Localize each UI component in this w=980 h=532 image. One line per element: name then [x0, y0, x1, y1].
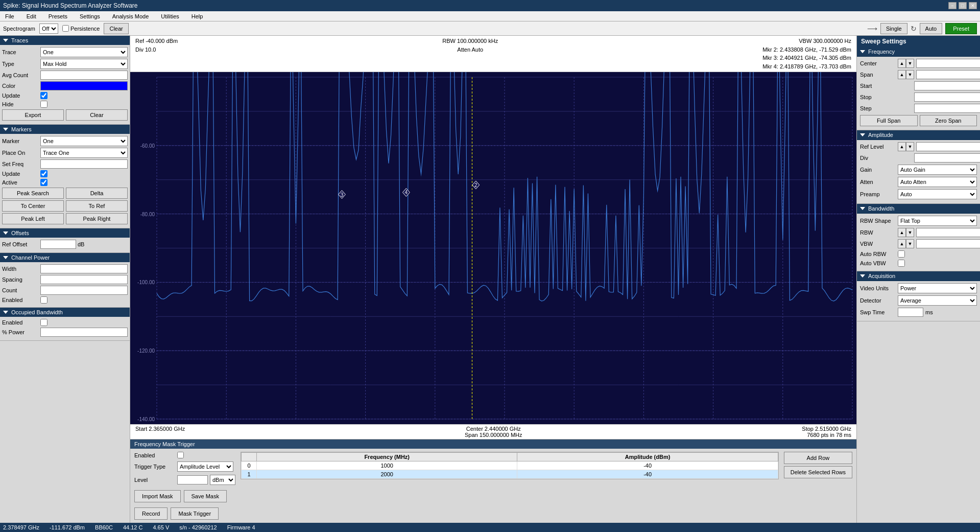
- vbw-step-down[interactable]: ▼: [906, 239, 914, 248]
- spacing-input[interactable]: 20.000000 MHz: [40, 275, 128, 284]
- close-button[interactable]: ✕: [969, 2, 977, 9]
- maximize-button[interactable]: □: [959, 2, 967, 9]
- single-button[interactable]: Single: [880, 23, 907, 34]
- auto-button[interactable]: Auto: [920, 23, 943, 34]
- to-center-button[interactable]: To Center: [2, 200, 64, 212]
- bandwidth-header[interactable]: Bandwidth: [857, 204, 980, 214]
- color-swatch[interactable]: [40, 81, 128, 90]
- clear-button[interactable]: Clear: [104, 23, 128, 34]
- marker-select[interactable]: OneTwoThree: [40, 136, 128, 146]
- step-input[interactable]: 20.000000 MHz: [914, 104, 980, 113]
- channel-power-header[interactable]: Channel Power: [0, 253, 130, 262]
- start-input[interactable]: 2.365000 GHz: [914, 81, 980, 90]
- mask-level-input[interactable]: -40.000: [177, 475, 208, 484]
- ref-level-step-down[interactable]: ▼: [906, 142, 914, 151]
- amplitude-header[interactable]: Amplitude: [857, 130, 980, 140]
- occ-bw-content: Enabled % Power 99.000: [0, 317, 130, 340]
- gain-select[interactable]: Auto Gain: [898, 165, 977, 175]
- center-step-down[interactable]: ▼: [906, 59, 914, 68]
- record-button[interactable]: Record: [134, 507, 168, 520]
- full-span-button[interactable]: Full Span: [860, 115, 918, 126]
- auto-rbw-checkbox[interactable]: [898, 250, 905, 258]
- frequency-header[interactable]: Frequency: [857, 47, 980, 57]
- markers-header[interactable]: Markers: [0, 125, 130, 134]
- rbw-shape-select[interactable]: Flat Top: [898, 216, 977, 226]
- mask-enabled-checkbox[interactable]: [177, 452, 184, 458]
- update-row: Update: [2, 92, 128, 99]
- delete-rows-button[interactable]: Delete Selected Rows: [784, 466, 852, 478]
- active-checkbox[interactable]: [40, 179, 47, 186]
- div-input[interactable]: 10.000: [914, 153, 980, 163]
- preamp-select[interactable]: Auto: [898, 189, 977, 199]
- center-step-up[interactable]: ▲: [898, 59, 906, 68]
- hide-checkbox[interactable]: [40, 101, 47, 108]
- spectrogram-select[interactable]: Off: [39, 24, 58, 34]
- table-row[interactable]: 0 1000 -40: [242, 461, 778, 470]
- peak-left-button[interactable]: Peak Left: [2, 213, 64, 224]
- trace-btn-row: Export Clear: [2, 109, 128, 121]
- trace-select[interactable]: OneTwoThree: [40, 47, 128, 57]
- vbw-step-up[interactable]: ▲: [898, 239, 906, 248]
- persistence-checkbox[interactable]: [62, 25, 69, 32]
- acquisition-header[interactable]: Acquisition: [857, 271, 980, 281]
- count-input[interactable]: 3.000: [40, 286, 128, 295]
- mask-trigger-type-select[interactable]: Amplitude Level: [177, 461, 233, 472]
- import-mask-button[interactable]: Import Mask: [134, 490, 181, 502]
- atten-select[interactable]: Auto Atten: [898, 177, 977, 187]
- mask-level-unit-select[interactable]: dBm: [210, 475, 235, 485]
- to-ref-button[interactable]: To Ref: [66, 200, 128, 212]
- minimize-button[interactable]: −: [948, 2, 957, 9]
- type-select[interactable]: Max HoldMin HoldAverageNormal: [40, 59, 128, 69]
- avg-count-input[interactable]: 10.000: [40, 71, 128, 80]
- zero-span-button[interactable]: Zero Span: [920, 115, 977, 126]
- marker-update-checkbox[interactable]: [40, 170, 47, 177]
- add-row-button[interactable]: Add Row: [784, 452, 852, 464]
- pts-info-label: 7680 pts in 78 ms: [802, 432, 851, 438]
- menu-help[interactable]: Help: [188, 12, 206, 20]
- width-input[interactable]: 20.000000 MHz: [40, 264, 128, 273]
- offsets-header[interactable]: Offsets: [0, 228, 130, 238]
- span-step-up[interactable]: ▲: [898, 70, 906, 79]
- occ-enabled-checkbox[interactable]: [40, 319, 47, 326]
- peak-right-button[interactable]: Peak Right: [66, 213, 128, 224]
- span-step-down[interactable]: ▼: [906, 70, 914, 79]
- occ-bw-header[interactable]: Occupied Bandwidth: [0, 308, 130, 317]
- pct-power-input[interactable]: 99.000: [40, 328, 128, 337]
- menu-utilities[interactable]: Utilities: [158, 12, 182, 20]
- save-mask-button[interactable]: Save Mask: [184, 490, 227, 502]
- mask-level-label: Level: [134, 477, 175, 483]
- rbw-step-down[interactable]: ▼: [906, 228, 914, 237]
- delta-button[interactable]: Delta: [66, 188, 128, 199]
- span-input[interactable]: 150.000000 MHz: [916, 70, 980, 79]
- video-units-select[interactable]: Power: [898, 283, 977, 293]
- swp-time-input[interactable]: 1.000: [898, 308, 923, 317]
- ref-level-input[interactable]: -40.000: [916, 142, 980, 151]
- ref-offset-input[interactable]: 0.000: [40, 240, 76, 249]
- center-input[interactable]: 2.440000 GHz: [916, 59, 980, 68]
- menu-presets[interactable]: Presets: [45, 12, 70, 20]
- atten-row: Atten Auto Atten: [860, 177, 977, 187]
- rbw-step-up[interactable]: ▲: [898, 228, 906, 237]
- stop-input[interactable]: 2.515000 GHz: [914, 92, 980, 102]
- traces-header[interactable]: Traces: [0, 36, 130, 45]
- clear-trace-button[interactable]: Clear: [66, 109, 128, 121]
- rbw-input[interactable]: 100.000000 kHz: [916, 228, 980, 237]
- place-on-select[interactable]: Trace One: [40, 148, 128, 158]
- peak-search-button[interactable]: Peak Search: [2, 188, 64, 199]
- export-button[interactable]: Export: [2, 109, 64, 121]
- menu-file[interactable]: File: [2, 12, 17, 20]
- vbw-input[interactable]: 300.000000 Hz: [916, 239, 980, 248]
- ref-level-step-up[interactable]: ▲: [898, 142, 906, 151]
- preset-button[interactable]: Preset: [945, 23, 977, 34]
- table-row[interactable]: 1 2000 -40: [242, 470, 778, 479]
- set-freq-input[interactable]: 1.000000 MHz: [40, 159, 128, 169]
- auto-vbw-checkbox[interactable]: [898, 260, 905, 267]
- mask-trigger-button[interactable]: Mask Trigger: [171, 507, 219, 520]
- menu-edit[interactable]: Edit: [23, 12, 39, 20]
- cp-enabled-checkbox[interactable]: [40, 296, 47, 304]
- update-checkbox[interactable]: [40, 92, 47, 99]
- detector-select[interactable]: Average: [898, 295, 977, 306]
- spectrogram-label: Spectrogram: [3, 26, 35, 32]
- menu-settings[interactable]: Settings: [77, 12, 103, 20]
- menu-analysis-mode[interactable]: Analysis Mode: [109, 12, 152, 20]
